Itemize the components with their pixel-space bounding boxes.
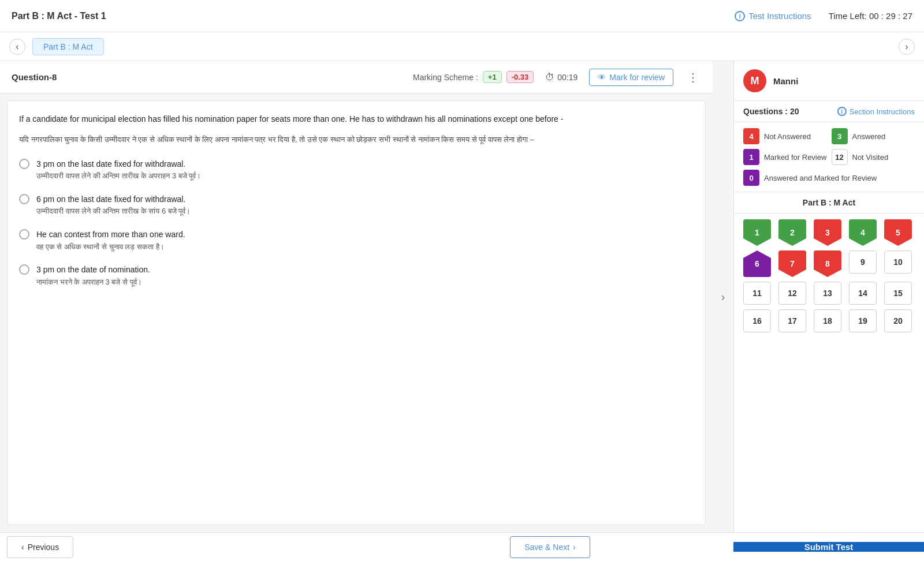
question-timer-value: 00:19	[557, 73, 578, 82]
option-radio-D[interactable]	[19, 264, 29, 275]
prev-arrow-icon: ‹	[21, 543, 24, 552]
question-text-english: If a candidate for municipal election ha…	[19, 113, 694, 126]
sub-header: ‹ Part B : M Act ›	[0, 32, 924, 61]
footer-left: ‹ Previous	[0, 532, 367, 562]
question-button-16[interactable]: 16	[743, 309, 771, 332]
question-button-18[interactable]: 18	[814, 309, 841, 332]
legend-answered-label: Answered	[852, 132, 886, 141]
legend-answered: 3 Answered	[832, 128, 915, 144]
questions-header: Questions : 20 i Section Instructions	[734, 101, 924, 122]
collapse-panel-arrow[interactable]: ›	[713, 61, 733, 532]
question-button-1[interactable]: 1	[743, 219, 771, 246]
question-button-20[interactable]: 20	[884, 309, 912, 332]
prev-section-arrow[interactable]: ‹	[9, 39, 25, 55]
option-radio-C[interactable]	[19, 229, 29, 240]
option-text-hindi-D: नामांकन भरने के अपराहन 3 बजे से पूर्व।	[36, 276, 150, 289]
legend-not-visited-label: Not Visited	[852, 153, 889, 162]
timer-display: Time Left: 00 : 29 : 27	[829, 11, 912, 21]
legend-not-visited: 12 Not Visited	[832, 149, 915, 165]
main-content: Question-8 Marking Scheme : +1 -0.33 ⏱ 0…	[0, 61, 924, 532]
footer: ‹ Previous Save & Next › Submit Test	[0, 532, 924, 561]
save-next-button[interactable]: Save & Next ›	[510, 536, 590, 558]
option-D[interactable]: 3 pm on the date of nomination. नामांकन …	[19, 263, 694, 288]
question-text-hindi: यदि नगरपालिका चुनाव के किसी उम्मीदवार ने…	[19, 133, 694, 146]
badge-not-visited: 12	[832, 149, 848, 165]
question-button-9[interactable]: 9	[849, 250, 877, 274]
question-button-14[interactable]: 14	[849, 282, 877, 305]
legend-marked-review: 1 Marked for Review	[743, 149, 827, 165]
next-arrow-icon: ›	[573, 543, 576, 552]
timer-label: Time Left:	[829, 11, 867, 21]
submit-label: Submit Test	[804, 542, 854, 552]
info-icon: i	[735, 11, 745, 21]
test-instructions-button[interactable]: i Test Instructions	[735, 11, 811, 21]
eye-icon: 👁	[598, 73, 606, 82]
section-label: Part B : M Act	[734, 192, 924, 214]
submit-test-button[interactable]: Submit Test	[733, 542, 924, 552]
previous-button[interactable]: ‹ Previous	[7, 536, 73, 558]
user-section: M Manni	[734, 61, 924, 101]
option-B[interactable]: 6 pm on the last date fixed for withdraw…	[19, 193, 694, 218]
section-instructions-button[interactable]: i Section Instructions	[837, 107, 915, 116]
question-button-13[interactable]: 13	[814, 282, 841, 305]
section-instructions-label: Section Instructions	[850, 107, 915, 116]
test-instructions-label: Test Instructions	[748, 11, 811, 21]
option-text-hindi-A: उम्मीदवारी वापस लेने की अन्तिम तारीख के …	[36, 170, 201, 182]
footer-center: Save & Next ›	[367, 532, 733, 562]
section-info-icon: i	[837, 107, 847, 116]
option-A[interactable]: 3 pm on the last date fixed for withdraw…	[19, 158, 694, 182]
question-number: Question-8	[12, 72, 57, 82]
mark-negative: -0.33	[506, 71, 534, 83]
mark-review-label: Mark for review	[609, 73, 665, 82]
question-button-11[interactable]: 11	[743, 282, 771, 305]
right-panel: M Manni Questions : 20 i Section Instruc…	[733, 61, 924, 532]
questions-count: Questions : 20	[743, 107, 799, 116]
question-button-2[interactable]: 2	[778, 219, 806, 246]
header: Part B : M Act - Test 1 i Test Instructi…	[0, 0, 924, 32]
options-list: 3 pm on the last date fixed for withdraw…	[19, 158, 694, 289]
question-button-17[interactable]: 17	[778, 309, 806, 332]
clock-icon: ⏱	[545, 72, 554, 83]
next-section-arrow[interactable]: ›	[899, 39, 915, 55]
save-next-label: Save & Next	[524, 543, 569, 552]
option-C[interactable]: He can contest from more than one ward. …	[19, 228, 694, 253]
more-options-button[interactable]: ⋮	[685, 68, 701, 87]
footer-right: Submit Test	[733, 542, 924, 552]
option-text-english-C: He can contest from more than one ward.	[36, 228, 185, 241]
option-text-hindi-B: उम्मीदवारी वापस लेने की अन्तिम तारीख के …	[36, 205, 191, 218]
legend-marked-review-label: Marked for Review	[764, 153, 826, 162]
legend: 4 Not Answered 3 Answered 1 Marked for R…	[734, 122, 924, 192]
legend-not-answered: 4 Not Answered	[743, 128, 827, 144]
badge-answered: 3	[832, 128, 848, 144]
avatar: M	[743, 69, 766, 92]
marking-scheme-label: Marking Scheme :	[413, 73, 478, 82]
legend-not-answered-label: Not Answered	[764, 132, 811, 141]
question-button-4[interactable]: 4	[849, 219, 877, 246]
question-grid: 1234567891011121314151617181920	[734, 214, 924, 338]
question-button-12[interactable]: 12	[778, 282, 806, 305]
badge-answered-marked: 0	[743, 170, 759, 186]
question-button-15[interactable]: 15	[884, 282, 912, 305]
marking-scheme: Marking Scheme : +1 -0.33	[413, 71, 534, 83]
mark-for-review-button[interactable]: 👁 Mark for review	[589, 69, 673, 86]
section-tab[interactable]: Part B : M Act	[32, 38, 104, 55]
user-name: Manni	[773, 76, 798, 86]
avatar-initial: M	[751, 75, 759, 87]
badge-marked-review: 1	[743, 149, 759, 165]
option-text-english-B: 6 pm on the last date fixed for withdraw…	[36, 193, 191, 205]
option-text-hindi-C: वह एक से अधिक स्थानों से चुनाव लड़ सकता …	[36, 241, 185, 253]
header-right: i Test Instructions Time Left: 00 : 29 :…	[735, 11, 912, 21]
question-button-19[interactable]: 19	[849, 309, 877, 332]
question-button-8[interactable]: 8	[814, 250, 841, 277]
question-button-3[interactable]: 3	[814, 219, 841, 246]
option-radio-A[interactable]	[19, 159, 29, 169]
timer-value: 00 : 29 : 27	[869, 11, 912, 21]
question-button-7[interactable]: 7	[778, 250, 806, 277]
question-button-5[interactable]: 5	[884, 219, 912, 246]
question-timer: ⏱ 00:19	[545, 72, 578, 83]
question-button-10[interactable]: 10	[884, 250, 912, 274]
question-button-6[interactable]: 6	[743, 250, 771, 277]
question-content: If a candidate for municipal election ha…	[7, 100, 706, 525]
option-radio-B[interactable]	[19, 194, 29, 204]
badge-not-answered: 4	[743, 128, 759, 144]
